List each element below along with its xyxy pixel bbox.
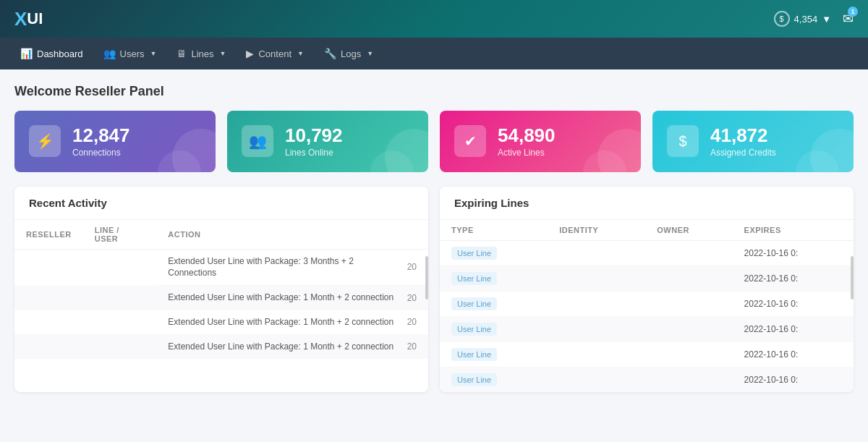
main-content: Welcome Reseller Panel ⚡ 12,847 Connecti… [0, 69, 868, 407]
col-line-user: LINE / USER [83, 220, 157, 250]
nav-label-content: Content [258, 48, 292, 59]
action-text: Extended User Line with Package: 3 Month… [168, 255, 401, 280]
nav-item-lines[interactable]: 🖥 Lines ▼ [168, 43, 234, 64]
cell-identity [548, 316, 645, 341]
recent-activity-body: RESELLER LINE / USER ACTION Extended Use… [14, 220, 428, 359]
cell-owner [645, 265, 732, 291]
cell-action: Extended User Line with Package: 1 Month… [156, 286, 428, 310]
nav-item-dashboard[interactable]: 📊 Dashboard [12, 43, 92, 64]
expiring-lines-body: TYPE IDENTITY OWNER EXPIRES User Line 20… [440, 220, 854, 392]
credits-badge[interactable]: $ 4,354 ▼ [774, 11, 831, 27]
lines-icon: 🖥 [176, 48, 187, 59]
nav-label-logs: Logs [341, 48, 361, 59]
action-num: 20 [407, 341, 417, 352]
credits-arrow: ▼ [822, 14, 831, 25]
stat-card-assigned-credits: $ 41,872 Assigned Credits [652, 111, 854, 172]
logo-x: X [14, 8, 27, 30]
cell-expires: 2022-10-16 0: [733, 367, 854, 392]
table-row: Extended User Line with Package: 1 Month… [14, 286, 428, 310]
col-type: TYPE [440, 220, 548, 241]
logo-ui: UI [27, 9, 43, 28]
cell-identity [548, 265, 645, 291]
col-owner: OWNER [645, 220, 732, 241]
type-badge: User Line [451, 247, 497, 260]
action-num: 20 [407, 293, 417, 303]
recent-activity-panel: Recent Activity RESELLER LINE / USER ACT… [14, 187, 428, 392]
content-icon: ▶ [246, 48, 254, 59]
assigned-credits-number: 41,872 [710, 125, 776, 146]
nav-item-users[interactable]: 👥 Users ▼ [95, 43, 166, 64]
action-text: Extended User Line with Package: 1 Month… [168, 341, 393, 353]
cell-owner [645, 316, 732, 341]
nav-item-logs[interactable]: 🔧 Logs ▼ [315, 43, 382, 64]
recent-activity-title: Recent Activity [14, 187, 428, 220]
logs-dropdown-arrow: ▼ [367, 50, 373, 57]
page-title: Welcome Reseller Panel [14, 84, 854, 99]
active-lines-icon: ✔ [454, 125, 486, 157]
table-row: User Line 2022-10-16 0: [440, 316, 854, 341]
cell-type: User Line [440, 367, 548, 392]
stat-card-connections: ⚡ 12,847 Connections [14, 111, 216, 172]
active-lines-number: 54,890 [498, 125, 556, 146]
lines-online-number: 10,792 [285, 125, 343, 146]
stat-card-lines-online: 👥 10,792 Lines Online [227, 111, 428, 172]
lines-online-icon: 👥 [242, 125, 273, 157]
cell-expires: 2022-10-16 0: [733, 240, 854, 265]
table-row: User Line 2022-10-16 0: [440, 265, 854, 291]
logs-icon: 🔧 [324, 48, 336, 59]
connections-info: 12,847 Connections [72, 125, 130, 158]
table-row: User Line 2022-10-16 0: [440, 291, 854, 316]
active-lines-label: Active Lines [498, 148, 556, 158]
col-reseller: RESELLER [14, 220, 83, 250]
credits-amount: 4,354 [794, 14, 818, 25]
lower-panels: Recent Activity RESELLER LINE / USER ACT… [14, 187, 854, 392]
cell-reseller [14, 310, 83, 335]
table-row: User Line 2022-10-16 0: [440, 341, 854, 367]
dashboard-icon: 📊 [20, 48, 33, 59]
nav-label-dashboard: Dashboard [37, 48, 83, 59]
expiring-lines-table: TYPE IDENTITY OWNER EXPIRES User Line 20… [440, 220, 854, 392]
connections-icon: ⚡ [29, 125, 61, 157]
cell-identity [548, 341, 645, 367]
table-row: Extended User Line with Package: 1 Month… [14, 310, 428, 335]
lines-online-info: 10,792 Lines Online [285, 125, 343, 158]
credits-icon: $ [774, 11, 790, 27]
cell-action: Extended User Line with Package: 1 Month… [156, 335, 428, 359]
users-dropdown-arrow: ▼ [150, 50, 157, 57]
recent-activity-scrollbar[interactable] [425, 256, 428, 299]
expiring-lines-panel: Expiring Lines TYPE IDENTITY OWNER EXPIR… [440, 187, 854, 392]
type-badge: User Line [451, 373, 497, 386]
cell-owner [645, 367, 732, 392]
cell-line-user [83, 249, 157, 286]
cell-identity [548, 240, 645, 265]
mail-icon-wrap[interactable]: ✉ 1 [843, 11, 854, 27]
cell-expires: 2022-10-16 0: [733, 291, 854, 316]
cell-owner [645, 341, 732, 367]
action-num: 20 [407, 317, 417, 327]
table-row: User Line 2022-10-16 0: [440, 240, 854, 265]
nav-item-content[interactable]: ▶ Content ▼ [237, 43, 312, 64]
cell-type: User Line [440, 265, 548, 291]
cell-type: User Line [440, 291, 548, 316]
type-badge: User Line [451, 348, 497, 361]
col-expires: EXPIRES [733, 220, 854, 241]
col-action: ACTION [156, 220, 428, 250]
cell-reseller [14, 249, 83, 286]
expiring-lines-title: Expiring Lines [440, 187, 854, 220]
users-icon: 👥 [103, 48, 116, 59]
cell-reseller [14, 286, 83, 310]
table-row: Extended User Line with Package: 3 Month… [14, 249, 428, 286]
active-lines-info: 54,890 Active Lines [498, 125, 556, 158]
cell-action: Extended User Line with Package: 3 Month… [156, 250, 428, 286]
cell-type: User Line [440, 240, 548, 265]
expiring-lines-scrollbar[interactable] [851, 256, 854, 299]
table-row: User Line 2022-10-16 0: [440, 367, 854, 392]
cell-owner [645, 240, 732, 265]
cell-line-user [83, 335, 157, 359]
connections-number: 12,847 [72, 125, 130, 146]
mail-badge: 1 [848, 7, 858, 17]
cell-owner [645, 291, 732, 316]
type-badge: User Line [451, 272, 497, 285]
nav-label-users: Users [120, 48, 145, 59]
cell-type: User Line [440, 316, 548, 341]
